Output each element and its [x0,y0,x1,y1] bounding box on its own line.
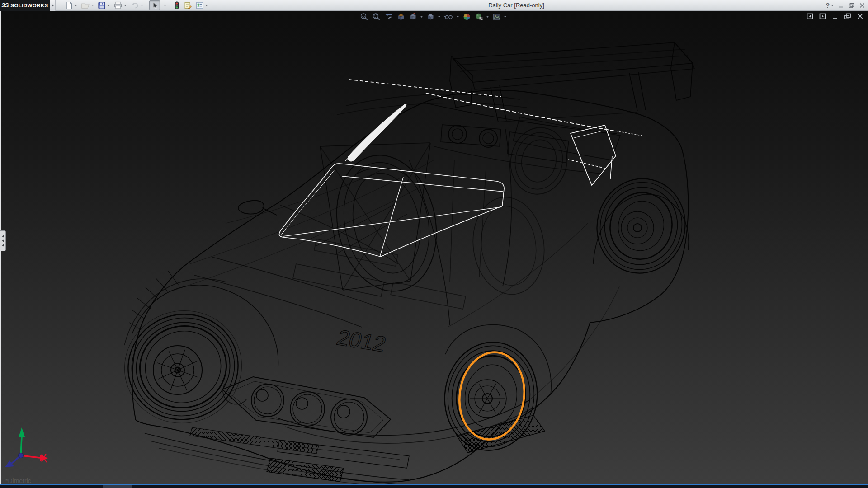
undo-icon [130,1,139,9]
view-settings-icon [492,12,501,21]
zoom-to-fit-button[interactable] [360,12,369,21]
print-button[interactable] [112,0,128,10]
save-icon [98,1,106,9]
display-style-dropdown[interactable] [438,16,441,18]
hide-show-items-icon [444,12,454,21]
new-document-dropdown[interactable] [75,5,77,6]
triad-y-axis [21,436,22,455]
view-orientation-icon [409,12,418,21]
close-document-button[interactable] [857,13,863,19]
minimize-app-button[interactable] [838,3,844,8]
options-dropdown[interactable] [205,5,208,6]
select-dropdown [164,5,166,6]
menu-flyout-arrow[interactable] [50,0,56,11]
rebuild-traffic-light-icon [174,1,180,9]
titlebar-controls: ? [826,0,865,11]
expand-display-pane-button[interactable] [819,13,826,19]
display-style-button[interactable] [426,12,441,21]
view-orientation-label: *Dimetric [5,477,31,484]
previous-view-button[interactable] [384,12,393,21]
flyout-arrow-icon [52,4,54,7]
view-orientation-dropdown[interactable] [420,16,423,18]
solidworks-logo-text: SOLIDWORKS [10,3,48,8]
view-settings-dropdown[interactable] [504,16,507,18]
print-dropdown[interactable] [124,5,127,6]
select-cursor-icon [151,1,159,9]
edit-appearance-button[interactable] [462,12,472,21]
file-properties-button[interactable] [182,0,193,10]
apply-scene-dropdown[interactable] [486,16,489,18]
view-orientation-button[interactable] [409,12,423,21]
collapse-arrow-icon [2,244,4,247]
help-icon: ? [826,2,830,9]
taskbar-edge [0,484,868,488]
help-dropdown[interactable] [831,5,834,6]
undo-button[interactable] [129,0,145,10]
open-document-button[interactable] [80,0,95,10]
rear-left-wheel [505,123,572,198]
titlebar: 3S SOLIDWORKS [0,0,868,11]
solidworks-logo-mark: 3S [1,2,9,9]
collapse-arrow-icon [2,239,4,242]
main-toolbar [64,0,209,10]
save-dropdown[interactable] [107,5,110,6]
options-icon [196,1,204,9]
undo-dropdown[interactable] [141,5,143,6]
open-document-dropdown[interactable] [91,5,94,6]
close-app-button[interactable] [859,3,865,8]
open-document-icon [81,1,90,9]
hood-text: 2012 [334,325,389,357]
window-title: Rally Car [Read-only] [488,0,544,11]
print-icon [113,1,123,9]
edit-appearance-icon [462,12,472,21]
save-button[interactable] [96,0,111,10]
file-properties-icon [184,1,192,9]
section-view-icon [396,12,406,21]
restore-app-button[interactable] [848,3,855,8]
zoom-to-fit-icon [360,12,369,21]
new-document-icon [65,1,73,9]
rebuild-button[interactable] [172,0,181,10]
apply-scene-icon [475,12,484,21]
display-style-icon [426,12,435,21]
restore-document-button[interactable] [844,13,851,19]
document-window-controls [807,13,863,19]
reference-triad [0,420,68,474]
collapse-arrow-icon [2,235,4,238]
taskbar-button-hint [103,485,132,488]
help-button[interactable]: ? [826,2,834,9]
triad-y-arrowhead [19,427,25,437]
rally-car-wireframe-model[interactable]: 2012 [0,11,868,484]
heads-up-view-toolbar [360,12,507,21]
view-settings-button[interactable] [492,12,507,21]
hide-show-items-dropdown[interactable] [457,16,459,18]
apply-scene-button[interactable] [475,12,489,21]
graphics-area[interactable]: 2012 [0,11,868,484]
hide-show-items-button[interactable] [444,12,459,21]
zoom-to-area-icon [372,12,381,21]
previous-view-icon [384,12,393,21]
zoom-to-area-button[interactable] [372,12,381,21]
triad-x-axis [21,455,40,458]
minimize-document-button[interactable] [832,13,839,19]
section-view-button[interactable] [396,12,406,21]
expand-featuremanager-pane-button[interactable] [807,13,814,19]
triad-origin [19,453,24,458]
select-button[interactable] [149,0,160,10]
new-document-button[interactable] [64,0,79,10]
solidworks-logo: 3S SOLIDWORKS [0,0,50,11]
options-button[interactable] [194,0,209,10]
select-dropdown-button[interactable] [161,0,168,10]
featuremanager-collapse-tab[interactable] [0,230,6,251]
